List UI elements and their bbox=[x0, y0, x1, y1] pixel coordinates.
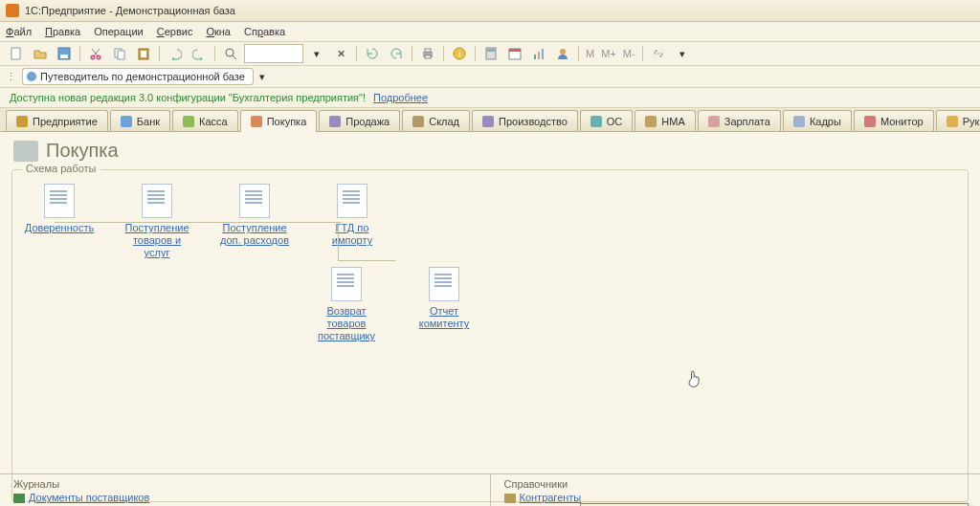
tab-os[interactable]: ОС bbox=[580, 110, 634, 131]
schema-otchet[interactable]: Отчет комитенту bbox=[409, 267, 479, 342]
catalogs-col: Справочники Контрагенты bbox=[490, 473, 981, 506]
svg-rect-11 bbox=[425, 49, 431, 52]
tb-mplus[interactable]: M+ bbox=[599, 48, 618, 59]
tb-print-icon[interactable] bbox=[417, 43, 438, 64]
menu-service[interactable]: Сервис bbox=[157, 26, 193, 37]
tab-salary[interactable]: Зарплата bbox=[698, 110, 781, 131]
tab-enterprise[interactable]: Предприятие bbox=[6, 110, 108, 131]
svg-rect-18 bbox=[509, 49, 521, 52]
tb-copy-icon[interactable] bbox=[109, 43, 130, 64]
document-icon bbox=[44, 184, 75, 218]
tb-m[interactable]: M bbox=[584, 48, 596, 59]
tb-redo-icon[interactable] bbox=[189, 43, 210, 64]
tb-new-icon[interactable] bbox=[6, 43, 27, 64]
tab-monitor[interactable]: Монитор bbox=[854, 110, 934, 131]
svg-rect-2 bbox=[60, 55, 68, 58]
svg-point-22 bbox=[560, 49, 566, 55]
tab-hr[interactable]: Кадры bbox=[783, 110, 852, 131]
tb-x-icon[interactable]: ✕ bbox=[330, 43, 351, 64]
tb-search-icon[interactable] bbox=[220, 43, 241, 64]
window-title: 1С:Предприятие - Демонстрационная база bbox=[25, 5, 235, 16]
menu-help[interactable]: Справка bbox=[244, 26, 285, 37]
bottom-lists: Журналы Документы поставщиков Справочник… bbox=[0, 473, 980, 506]
svg-rect-20 bbox=[538, 52, 540, 59]
tab-director[interactable]: Руководителю bbox=[936, 110, 980, 131]
document-icon bbox=[337, 184, 368, 218]
tab-nma[interactable]: НМА bbox=[635, 110, 695, 131]
schema-legend: Схема работы bbox=[22, 163, 100, 174]
svg-rect-6 bbox=[118, 51, 124, 59]
journals-header: Журналы bbox=[13, 478, 477, 490]
svg-text:i: i bbox=[458, 49, 460, 59]
tb-cut-icon[interactable] bbox=[85, 43, 106, 64]
book-icon bbox=[13, 494, 25, 503]
tb-refresh2-icon[interactable] bbox=[386, 43, 407, 64]
tb-user-icon[interactable] bbox=[552, 43, 573, 64]
catalogs-header: Справочники bbox=[504, 478, 968, 490]
tb-dropdown-icon[interactable]: ▾ bbox=[306, 43, 327, 64]
tab-production[interactable]: Производство bbox=[472, 110, 578, 131]
app-icon bbox=[6, 4, 19, 17]
window-titlebar: 1С:Предприятие - Демонстрационная база bbox=[0, 0, 980, 22]
guide-pill[interactable]: Путеводитель по демонстрационной базе bbox=[22, 68, 254, 85]
notice-bar: Доступна новая редакция 3.0 конфигурации… bbox=[0, 88, 980, 108]
svg-rect-8 bbox=[141, 51, 146, 57]
tb-open-icon[interactable] bbox=[30, 43, 51, 64]
svg-point-9 bbox=[226, 49, 234, 56]
tabs: Предприятие Банк Касса Покупка Продажа С… bbox=[0, 108, 980, 132]
schema-gtd[interactable]: ГТД по импорту bbox=[317, 184, 388, 247]
tab-bank[interactable]: Банк bbox=[110, 110, 170, 131]
schema-row-2: Возврат товаров поставщику Отчет комитен… bbox=[311, 267, 956, 342]
menu-file[interactable]: Файл bbox=[6, 26, 32, 37]
menu-windows[interactable]: Окна bbox=[206, 26, 231, 37]
guide-dropdown-icon[interactable]: ▾ bbox=[259, 71, 265, 83]
toolbar: ▾ ✕ i M M+ M- ▾ bbox=[0, 42, 980, 66]
tb-mminus[interactable]: M- bbox=[621, 48, 637, 59]
tb-chart-icon[interactable] bbox=[528, 43, 549, 64]
svg-rect-19 bbox=[534, 55, 536, 59]
svg-rect-12 bbox=[425, 55, 431, 58]
catalogs-link[interactable]: Контрагенты bbox=[504, 492, 968, 503]
guidebar: ⋮ Путеводитель по демонстрационной базе … bbox=[0, 66, 980, 88]
tb-paste-icon[interactable] bbox=[133, 43, 154, 64]
document-icon bbox=[142, 184, 172, 218]
svg-rect-0 bbox=[11, 48, 20, 59]
content: Покупка Схема работы Доверенность Поступ… bbox=[0, 132, 980, 506]
svg-rect-21 bbox=[542, 49, 544, 59]
tab-cash[interactable]: Касса bbox=[172, 110, 238, 131]
journals-col: Журналы Документы поставщиков bbox=[0, 473, 490, 506]
notice-link[interactable]: Подробнее bbox=[373, 92, 428, 103]
schema-doverennost[interactable]: Доверенность bbox=[24, 184, 95, 234]
schema-vozvrat[interactable]: Возврат товаров поставщику bbox=[311, 267, 382, 342]
document-icon bbox=[331, 267, 362, 301]
menu-operations[interactable]: Операции bbox=[94, 26, 143, 37]
menu-edit[interactable]: Правка bbox=[45, 26, 80, 37]
tab-purchase[interactable]: Покупка bbox=[240, 110, 318, 132]
notice-text: Доступна новая редакция 3.0 конфигурации… bbox=[10, 92, 366, 103]
menubar: Файл Правка Операции Сервис Окна Справка bbox=[0, 22, 980, 42]
journals-link[interactable]: Документы поставщиков bbox=[13, 492, 477, 503]
tb-more-icon[interactable]: ▾ bbox=[672, 43, 693, 64]
connector bbox=[55, 222, 342, 223]
schema-postuplenie-dop[interactable]: Поступление доп. расходов bbox=[219, 184, 290, 247]
tb-link-icon[interactable] bbox=[648, 43, 669, 64]
book-icon bbox=[504, 494, 516, 503]
page-title: Покупка bbox=[0, 132, 980, 169]
svg-rect-16 bbox=[487, 49, 495, 52]
document-icon bbox=[429, 267, 459, 301]
tb-calendar-icon[interactable] bbox=[504, 43, 525, 64]
page-icon bbox=[13, 141, 38, 162]
tb-info-icon[interactable]: i bbox=[449, 43, 470, 64]
tab-warehouse[interactable]: Склад bbox=[402, 110, 470, 131]
tb-save-icon[interactable] bbox=[54, 43, 75, 64]
tb-refresh-icon[interactable] bbox=[362, 43, 383, 64]
connector bbox=[338, 260, 395, 261]
document-icon bbox=[239, 184, 270, 218]
tb-calc-icon[interactable] bbox=[480, 43, 501, 64]
tb-undo-icon[interactable] bbox=[165, 43, 186, 64]
connector bbox=[338, 222, 339, 260]
tab-sale[interactable]: Продажа bbox=[319, 110, 400, 131]
tb-search-input[interactable] bbox=[244, 44, 303, 63]
schema-fieldset: Схема работы Доверенность Поступление то… bbox=[11, 169, 969, 502]
